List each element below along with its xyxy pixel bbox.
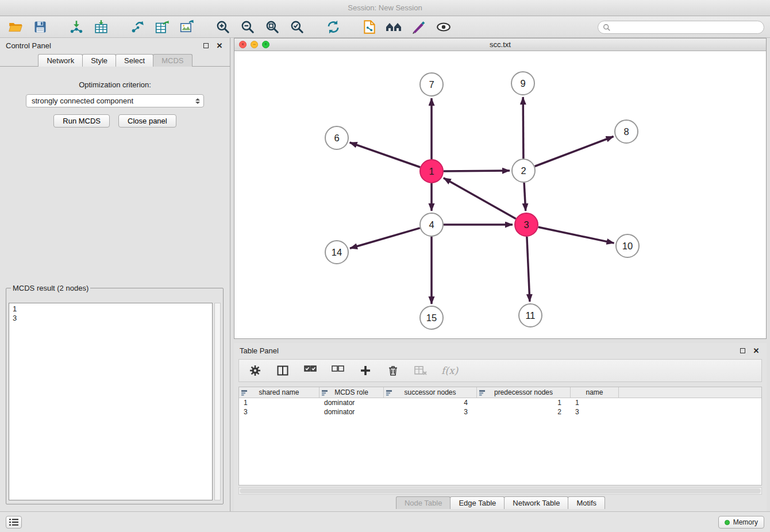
tab-motifs[interactable]: Motifs xyxy=(568,496,605,509)
table-settings-gear-icon[interactable] xyxy=(248,364,262,377)
graph-node-label: 7 xyxy=(429,79,434,90)
cell-predecessor-nodes[interactable]: 2 xyxy=(477,407,571,417)
tab-select[interactable]: Select xyxy=(116,54,153,67)
zoom-in-icon[interactable] xyxy=(213,17,233,37)
graph-node-label: 10 xyxy=(622,241,633,251)
mcds-result-line: 1 xyxy=(13,304,209,314)
graph-node-label: 1 xyxy=(429,166,434,176)
memory-label: Memory xyxy=(733,518,758,526)
tab-edge-table[interactable]: Edge Table xyxy=(450,496,505,509)
save-session-icon[interactable] xyxy=(30,17,50,37)
column-header-mcds-role[interactable]: MCDS role xyxy=(319,387,384,398)
graph-node-label: 4 xyxy=(429,219,434,230)
table-row[interactable]: 1 dominator 4 1 1 xyxy=(239,398,761,407)
search-box[interactable] xyxy=(598,21,764,34)
window-titlebar: Session: New Session xyxy=(0,0,770,16)
show-column-panel-icon[interactable] xyxy=(276,364,290,377)
cell-mcds-role[interactable]: dominator xyxy=(319,407,384,417)
cell-successor-nodes[interactable]: 4 xyxy=(384,398,477,407)
export-table-icon[interactable] xyxy=(152,17,172,37)
select-stepper-icon xyxy=(194,97,201,106)
window-close-icon[interactable]: × xyxy=(239,41,247,48)
network-analyzer-icon[interactable] xyxy=(384,17,404,37)
window-zoom-icon[interactable]: + xyxy=(262,41,270,48)
table-row[interactable]: 3 dominator 3 2 3 xyxy=(239,407,761,417)
close-panel-button[interactable]: Close panel xyxy=(118,114,176,128)
cell-shared-name[interactable]: 1 xyxy=(239,398,319,407)
memory-button[interactable]: Memory xyxy=(718,516,764,529)
zoom-out-icon[interactable] xyxy=(238,17,257,37)
create-column-plus-icon[interactable] xyxy=(359,364,372,377)
criterion-selected-value: strongly connected component xyxy=(32,97,133,105)
criterion-select[interactable]: strongly connected component xyxy=(26,94,204,107)
open-session-icon[interactable] xyxy=(6,17,25,37)
graph-edge-4-14[interactable] xyxy=(350,228,420,248)
graph-edge-2-8[interactable] xyxy=(535,137,614,167)
network-window-titlebar[interactable]: scc.txt × − + xyxy=(234,38,766,51)
export-document-icon[interactable] xyxy=(360,17,379,37)
mcds-result-group: MCDS result (2 nodes) 1 3 xyxy=(6,284,224,504)
float-panel-icon[interactable] xyxy=(201,41,210,50)
search-icon xyxy=(603,24,611,32)
column-header-name[interactable]: name xyxy=(571,387,619,398)
cell-mcds-role[interactable]: dominator xyxy=(319,398,384,407)
network-canvas[interactable]: 7968124314101511 xyxy=(234,51,766,338)
close-panel-icon[interactable]: ✕ xyxy=(215,41,224,50)
delete-column-trash-icon[interactable] xyxy=(386,364,400,377)
float-table-panel-icon[interactable] xyxy=(738,346,747,355)
graph-edge-3-10[interactable] xyxy=(538,227,614,243)
refresh-icon[interactable] xyxy=(324,17,343,37)
select-all-columns-icon[interactable] xyxy=(303,364,317,377)
graph-node-label: 6 xyxy=(334,133,339,143)
graph-edge-1-2[interactable] xyxy=(444,171,510,171)
import-network-icon[interactable] xyxy=(67,17,86,37)
control-panel-tabs: Network Style Select MCDS xyxy=(0,54,230,67)
tab-network[interactable]: Network xyxy=(38,54,83,67)
cell-predecessor-nodes[interactable]: 1 xyxy=(477,398,571,407)
zoom-fit-icon[interactable] xyxy=(263,17,282,37)
show-hide-details-icon[interactable] xyxy=(434,17,453,37)
search-input[interactable] xyxy=(611,22,764,33)
column-header-shared-name[interactable]: shared name xyxy=(239,387,319,398)
unselect-all-columns-icon[interactable] xyxy=(331,364,345,377)
window-minimize-icon[interactable]: − xyxy=(251,41,258,48)
column-type-icon xyxy=(386,390,392,398)
node-table: shared name MCDS role successor nodes pr… xyxy=(238,387,762,485)
zoom-selected-icon[interactable] xyxy=(287,17,307,37)
mcds-result-list[interactable]: 1 3 xyxy=(9,303,213,500)
table-horizontal-scrollbar[interactable] xyxy=(238,487,762,495)
graph-edge-2-3[interactable] xyxy=(524,183,526,211)
export-network-icon[interactable] xyxy=(128,17,147,37)
tab-node-table[interactable]: Node Table xyxy=(396,496,451,509)
result-scrollbar[interactable] xyxy=(214,303,221,500)
graph-edge-3-11[interactable] xyxy=(527,237,530,302)
column-header-predecessor-nodes[interactable]: predecessor nodes xyxy=(477,387,571,398)
mcds-result-title: MCDS result (2 nodes) xyxy=(11,284,90,292)
export-image-icon[interactable] xyxy=(177,17,197,37)
graph-node-label: 9 xyxy=(520,78,525,88)
graph-node-label: 3 xyxy=(523,219,529,230)
column-header-successor-nodes[interactable]: successor nodes xyxy=(384,387,477,398)
cell-successor-nodes[interactable]: 3 xyxy=(384,407,477,417)
tab-mcds[interactable]: MCDS xyxy=(153,54,192,67)
cell-shared-name[interactable]: 3 xyxy=(239,407,319,417)
table-toolbar: f(x) xyxy=(238,359,762,382)
annotations-icon[interactable] xyxy=(409,17,429,37)
tab-network-table[interactable]: Network Table xyxy=(504,496,568,509)
graph-edge-1-6[interactable] xyxy=(350,142,421,167)
graph-node-label: 15 xyxy=(426,313,437,323)
graph-edge-3-1[interactable] xyxy=(444,178,516,219)
table-panel: Table Panel ✕ xyxy=(234,343,767,511)
task-history-button[interactable] xyxy=(6,516,22,529)
import-table-icon[interactable] xyxy=(91,17,111,37)
run-mcds-button[interactable]: Run MCDS xyxy=(53,114,110,128)
close-table-panel-icon[interactable]: ✕ xyxy=(752,346,761,355)
mcds-result-line: 3 xyxy=(13,314,209,323)
memory-status-icon xyxy=(725,520,730,525)
graph-edge-2-9[interactable] xyxy=(523,97,523,159)
tab-style[interactable]: Style xyxy=(82,54,116,67)
cell-name[interactable]: 3 xyxy=(571,407,619,417)
cell-name[interactable]: 1 xyxy=(571,398,619,407)
column-type-icon xyxy=(322,390,328,398)
network-graph[interactable]: 7968124314101511 xyxy=(234,51,766,338)
